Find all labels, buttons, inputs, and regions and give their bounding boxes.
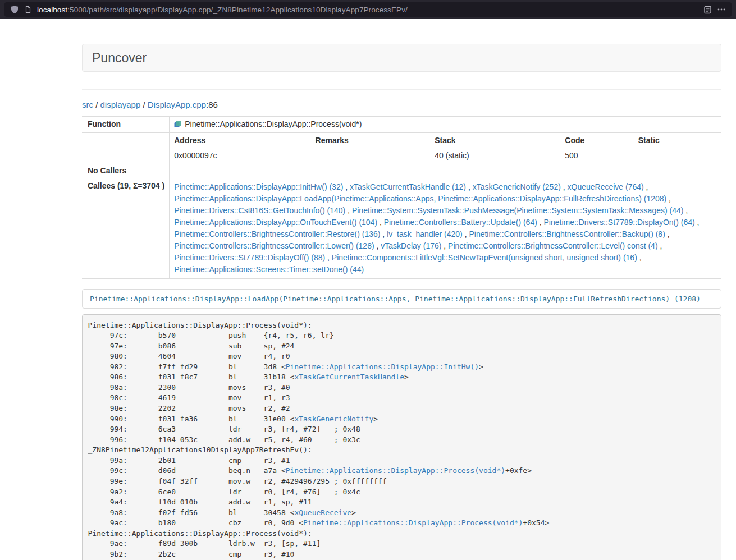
no-callers-row: No Callers bbox=[82, 163, 721, 178]
callees-row: Callees (19, Σ=3704 ) Pinetime::Applicat… bbox=[82, 178, 721, 279]
value-static bbox=[638, 151, 717, 160]
callee-link[interactable]: Pinetime::Drivers::St7789::DisplayOff() … bbox=[174, 253, 325, 262]
breadcrumb-separator: / bbox=[140, 100, 148, 109]
callees-label: Callees (19, Σ=3704 ) bbox=[82, 178, 170, 279]
col-address: Address bbox=[174, 136, 315, 145]
main-content: Puncover src / displayapp / DisplayApp.c… bbox=[82, 19, 721, 560]
value-remarks bbox=[316, 151, 435, 160]
value-stack: 40 (static) bbox=[435, 151, 565, 160]
callee-link[interactable]: Pinetime::Applications::DisplayApp::Init… bbox=[174, 182, 343, 191]
asm-symbol-link[interactable]: Pinetime::Applications::DisplayApp::Proc… bbox=[303, 518, 523, 527]
navbar: Puncover bbox=[82, 44, 721, 72]
callee-link[interactable]: Pinetime::Drivers::St7789::DisplayOn() (… bbox=[544, 218, 695, 227]
value-address: 0x0000097c bbox=[174, 151, 315, 160]
col-stack: Stack bbox=[435, 136, 565, 145]
columns-header: Address Remarks Stack Code Static bbox=[174, 136, 717, 145]
function-row: Function Pinetime::Applications::Display… bbox=[82, 117, 721, 133]
breadcrumb-link[interactable]: src bbox=[82, 100, 93, 109]
url-path: :5000/path/src/displayapp/DisplayApp.cpp… bbox=[67, 6, 408, 14]
values: 0x0000097c 40 (static) 500 bbox=[174, 151, 717, 160]
url-text: localhost:5000/path/src/displayapp/Displ… bbox=[37, 6, 698, 14]
callee-link[interactable]: Pinetime::Controllers::BrightnessControl… bbox=[469, 229, 665, 238]
asm-symbol-link[interactable]: Pinetime::Applications::DisplayApp::Init… bbox=[286, 362, 479, 371]
symbol-type-icon bbox=[174, 121, 181, 130]
asm-symbol-link[interactable]: xQueueReceive bbox=[294, 508, 351, 517]
empty-label-cell bbox=[82, 148, 170, 163]
function-table: Function Pinetime::Applications::Display… bbox=[82, 116, 721, 279]
callee-link[interactable]: Pinetime::Components::LittleVgl::SetNewT… bbox=[332, 253, 637, 262]
callee-link[interactable]: Pinetime::Applications::DisplayApp::Load… bbox=[174, 194, 666, 203]
col-remarks: Remarks bbox=[316, 136, 435, 145]
no-callers-label: No Callers bbox=[82, 163, 170, 178]
asm-symbol-link[interactable]: xTaskGetCurrentTaskHandle bbox=[294, 373, 404, 381]
shield-icon[interactable] bbox=[10, 5, 19, 14]
divider bbox=[82, 89, 721, 90]
breadcrumb: src / displayapp / DisplayApp.cpp:86 bbox=[82, 100, 721, 109]
empty-label-cell bbox=[82, 133, 170, 148]
callee-link[interactable]: xTaskGetCurrentTaskHandle (12) bbox=[350, 182, 466, 191]
callee-link[interactable]: lv_task_handler (420) bbox=[387, 229, 463, 238]
callee-link[interactable]: Pinetime::System::SystemTask::PushMessag… bbox=[352, 206, 684, 215]
value-code: 500 bbox=[565, 151, 638, 160]
breadcrumb-separator: / bbox=[93, 100, 100, 109]
brand-link[interactable]: Puncover bbox=[92, 51, 147, 66]
url-bar[interactable]: localhost:5000/path/src/displayapp/Displ… bbox=[4, 2, 732, 17]
callee-link[interactable]: Pinetime::Controllers::BrightnessControl… bbox=[174, 229, 380, 238]
breadcrumb-link[interactable]: displayapp bbox=[100, 100, 141, 109]
callee-link[interactable]: vTaskDelay (176) bbox=[381, 241, 441, 250]
asm-symbol-link[interactable]: Pinetime::Applications::DisplayApp::Proc… bbox=[286, 466, 505, 475]
reader-view-icon[interactable] bbox=[703, 6, 712, 14]
function-name: Pinetime::Applications::DisplayApp::Proc… bbox=[185, 120, 362, 128]
selected-symbol-panel: Pinetime::Applications::DisplayApp::Load… bbox=[82, 289, 721, 309]
function-label: Function bbox=[82, 117, 170, 133]
callee-link[interactable]: Pinetime::Controllers::BrightnessControl… bbox=[174, 241, 374, 250]
callee-link[interactable]: Pinetime::Controllers::Battery::Update()… bbox=[384, 218, 537, 227]
page-actions-menu-icon[interactable] bbox=[717, 5, 726, 14]
callee-link[interactable]: Pinetime::Applications::DisplayApp::OnTo… bbox=[174, 218, 377, 227]
callee-link[interactable]: Pinetime::Applications::Screens::Timer::… bbox=[174, 265, 364, 274]
callee-link[interactable]: xTaskGenericNotify (252) bbox=[473, 182, 561, 191]
values-row: 0x0000097c 40 (static) 500 bbox=[82, 148, 721, 163]
col-code: Code bbox=[565, 136, 638, 145]
browser-toolbar: localhost:5000/path/src/displayapp/Displ… bbox=[0, 0, 736, 19]
col-static: Static bbox=[638, 136, 717, 145]
callees-list: Pinetime::Applications::DisplayApp::Init… bbox=[170, 178, 721, 279]
breadcrumb-link[interactable]: DisplayApp.cpp bbox=[148, 100, 206, 109]
callee-link[interactable]: Pinetime::Controllers::BrightnessControl… bbox=[448, 241, 657, 250]
callee-link[interactable]: xQueueReceive (764) bbox=[568, 182, 644, 191]
breadcrumb-line-number: :86 bbox=[206, 100, 218, 109]
asm-symbol-link[interactable]: xTaskGenericNotify bbox=[294, 415, 373, 423]
page-info-icon[interactable] bbox=[24, 6, 32, 13]
url-host: localhost bbox=[37, 6, 67, 14]
assembly-code-block: Pinetime::Applications::DisplayApp::Proc… bbox=[82, 314, 721, 560]
columns-header-row: Address Remarks Stack Code Static bbox=[82, 133, 721, 148]
callee-link[interactable]: Pinetime::Drivers::Cst816S::GetTouchInfo… bbox=[174, 206, 345, 215]
